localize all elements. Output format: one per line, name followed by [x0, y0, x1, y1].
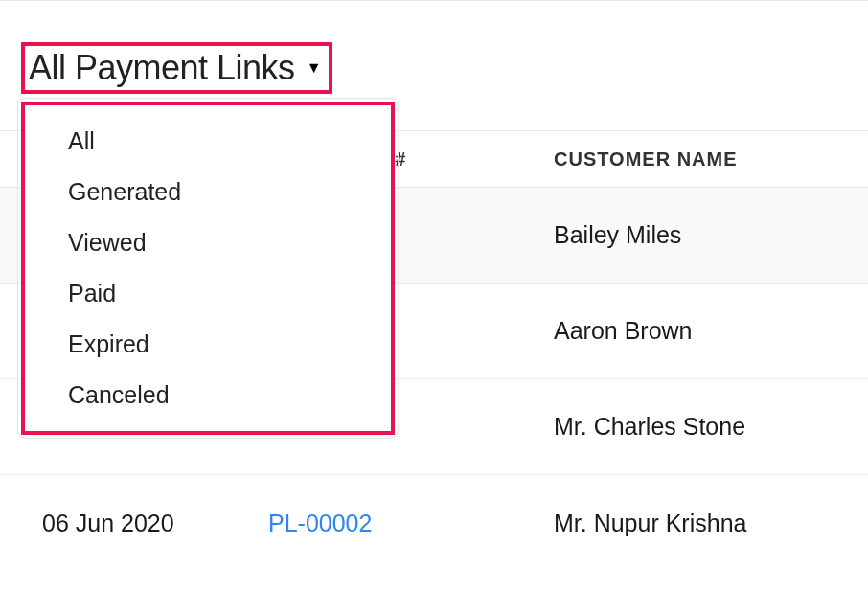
filter-option-expired[interactable]: Expired	[26, 319, 390, 370]
table-row[interactable]: 06 Jun 2020 PL-00002 Mr. Nupur Krishna	[0, 475, 868, 571]
filter-option-all[interactable]: All	[26, 116, 390, 167]
filter-dropdown-panel: All Generated Viewed Paid Expired Cancel…	[21, 102, 395, 435]
chevron-down-icon: ▼	[307, 60, 322, 76]
column-header-customer: CUSTOMER NAME	[554, 148, 738, 170]
top-divider	[0, 0, 868, 1]
reference-link[interactable]: PL-00002	[268, 510, 372, 536]
filter-dropdown-label: All Payment Links	[29, 48, 295, 88]
filter-option-generated[interactable]: Generated	[26, 167, 390, 217]
filter-option-canceled[interactable]: Canceled	[26, 370, 390, 420]
cell-customer: Mr. Charles Stone	[554, 413, 745, 440]
filter-option-paid[interactable]: Paid	[26, 268, 390, 319]
cell-date: 06 Jun 2020	[42, 510, 174, 536]
cell-customer: Mr. Nupur Krishna	[554, 510, 746, 536]
cell-customer: Aaron Brown	[554, 317, 693, 344]
filter-option-viewed[interactable]: Viewed	[26, 217, 390, 268]
cell-customer: Bailey Miles	[554, 221, 681, 248]
filter-dropdown[interactable]: All Payment Links ▼	[21, 42, 332, 94]
